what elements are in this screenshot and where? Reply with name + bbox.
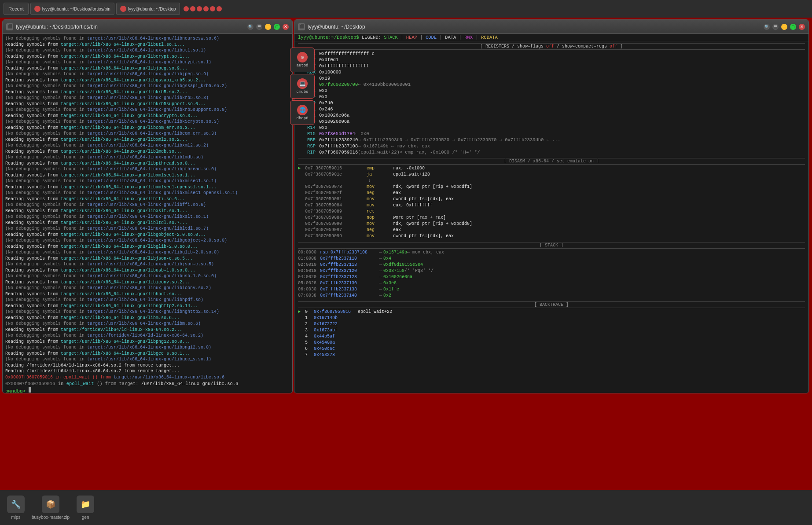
- left-terminal: ⬛ lyyy@ubuntu: ~/Desktop/fortios/bin 🔍 ☰…: [2, 19, 293, 393]
- terminal-line: Reading symbols from target:/usr/lib/x86…: [5, 184, 290, 191]
- bt-bullet: [298, 334, 305, 340]
- register-row: R120x10026e06a: [298, 112, 805, 118]
- backtrace-row: ►00x7f3607059016epoll_wait+22: [298, 309, 805, 315]
- bottom-item-gen[interactable]: 📁 gen: [77, 496, 94, 520]
- prompt-area[interactable]: pwndbg>: [5, 387, 290, 393]
- terminal-line: Reading symbols from target:/usr/lib/x86…: [5, 220, 290, 226]
- stack-value: 0x1ffe: [383, 286, 399, 293]
- close-icon-extra1[interactable]: [184, 6, 189, 11]
- terminal-line: Reading symbols from target:/usr/lib/x86…: [5, 244, 290, 250]
- lib-text: /usr/lib/x86_64-linux-gnu/libc.so.6: [141, 381, 239, 386]
- bottom-item-busybox[interactable]: 📦 busybox-master.zip: [32, 496, 70, 520]
- bt-index: 2: [305, 321, 314, 327]
- search-button-left[interactable]: 🔍: [247, 24, 254, 30]
- legend-data: DATA: [445, 35, 456, 40]
- dhcp-icon: 🌐: [297, 105, 308, 115]
- minimize-button-left[interactable]: ─: [265, 24, 271, 30]
- prompt-text: pwndbg>: [5, 389, 29, 393]
- stack-value: 0x4: [383, 256, 391, 262]
- terminal-line: Reading symbols from target:/usr/lib/x86…: [5, 256, 290, 262]
- terminal-line: (No debugging symbols found in target:/u…: [5, 71, 290, 77]
- stack-index: 05:0028: [298, 280, 320, 286]
- stack-address: 0x7fffb2337138: [320, 286, 377, 293]
- close-icon-extra6[interactable]: [217, 6, 222, 11]
- stack-value: 0x2: [383, 293, 391, 299]
- stack-arrow: →: [379, 286, 382, 293]
- register-row: RDI0x19: [298, 75, 805, 81]
- bottom-item-mips[interactable]: 🔧 mips: [7, 496, 25, 520]
- terminal-line: (No debugging symbols found in target:/u…: [5, 48, 290, 54]
- close-icon-extra4[interactable]: [203, 6, 209, 11]
- reg-name: RIP: [298, 149, 316, 155]
- asm-address: 0x7f3607059089: [305, 209, 367, 215]
- register-row: R150x7f3e5bd17e4 ← 0x0: [298, 131, 805, 137]
- register-row: RAX0xffffffffffffffff c: [298, 51, 805, 57]
- register-row: RDX0x100000: [298, 69, 805, 75]
- bt-bullet: [298, 346, 305, 352]
- recent-button[interactable]: Recent: [4, 3, 29, 15]
- asm-mnemonic: mov: [367, 196, 393, 202]
- stack-row: 07:0038 0x7fffb2337140→0x2: [298, 293, 805, 299]
- close-icon-extra5[interactable]: [210, 6, 215, 11]
- stack-comment: /* 'Pq3' */: [404, 268, 434, 274]
- terminal-line: Reading symbols from target:/usr/lib/x86…: [5, 137, 290, 143]
- sidebar-app-autod[interactable]: ⚙ autod: [290, 48, 315, 72]
- maximize-button-left[interactable]: □: [274, 24, 280, 30]
- sidebar-app-dhcp[interactable]: 🌐 dhcp6: [290, 100, 315, 125]
- titlebar-left: ⬛ lyyy@ubuntu: ~/Desktop/fortios/bin: [6, 23, 98, 30]
- maximize-button-right[interactable]: □: [790, 24, 796, 30]
- reg-name: R14: [298, 125, 316, 131]
- autod-label: autod: [296, 63, 308, 68]
- asm-address: 0x7f3607059099: [305, 233, 367, 239]
- terminal-line: (No debugging symbols found in target:/u…: [5, 59, 290, 66]
- prompt-user: lyyy@ubuntu:~/Desktop$: [298, 35, 359, 40]
- disasm-row: 0x7f360705908a nopword ptr [rax + rax]: [298, 215, 805, 221]
- backtrace-row: 70x453278: [298, 352, 805, 358]
- close-button-right[interactable]: ✕: [799, 24, 805, 30]
- recent-label: Recent: [8, 6, 24, 11]
- right-terminal-body[interactable]: lyyy@ubuntu:~/Desktop$ LEGEND: STACK | H…: [294, 34, 808, 393]
- terminal-line: Reading symbols from target:/usr/lib/x86…: [5, 77, 290, 84]
- close-icon-t2[interactable]: [120, 6, 126, 12]
- sidebar-app-cmdbs[interactable]: 💻 cmdbs: [290, 74, 315, 99]
- bt-index: 6: [305, 346, 314, 352]
- reg-value: 0x100000: [319, 69, 341, 75]
- terminal-line: (No debugging symbols found in target:/u…: [5, 83, 290, 89]
- register-row: R130x10026e06a: [298, 118, 805, 125]
- asm-operands: rdx, qword ptr [rip + 0xbddd9]: [393, 221, 472, 227]
- register-row: RCX0xffffffffffffffff: [298, 63, 805, 69]
- taskbar-item-terminal1[interactable]: lyyy@ubuntu: ~/Desktop/fortios/bin: [30, 3, 114, 15]
- bt-index: 5: [305, 340, 314, 346]
- asm-operands: eax: [393, 190, 401, 196]
- reg-extra: ← 0x0: [355, 131, 369, 137]
- minimize-button-right[interactable]: ─: [781, 24, 787, 30]
- left-terminal-body[interactable]: (No debugging symbols found in target:/u…: [3, 34, 292, 393]
- close-button-left[interactable]: ✕: [283, 24, 289, 30]
- taskbar-item-terminal2[interactable]: lyyy@ubuntu: ~/Desktop: [116, 3, 180, 15]
- search-button-right[interactable]: 🔍: [764, 24, 770, 30]
- legend-heap: HEAP: [406, 35, 417, 40]
- disasm-row: 0x7f360705907f negeax: [298, 190, 805, 196]
- asm-operands: word ptr [rax + rax]: [393, 215, 446, 221]
- backtrace-row: 20x1672722: [298, 321, 805, 327]
- menu-button-left[interactable]: ☰: [256, 24, 262, 30]
- stack-row: 05:0028 0x7fffb2337130→0x3e8: [298, 280, 805, 286]
- asm-address: 0x7f3607059090: [305, 221, 367, 227]
- stack-index: 04:0020: [298, 274, 320, 280]
- close-icon-extra3[interactable]: [197, 6, 202, 11]
- asm-mnemonic: mov: [367, 184, 393, 190]
- stack-index: 03:0018: [298, 268, 320, 274]
- terminal-line: Reading symbols from target:/usr/lib/x86…: [5, 161, 290, 167]
- bt-bullet: [298, 327, 305, 334]
- stack-index: 02:0010: [298, 262, 320, 268]
- addr-text: 0x00007f3607059016: [5, 381, 55, 386]
- close-icon-t1[interactable]: [34, 6, 40, 12]
- register-row: R110x246: [298, 106, 805, 112]
- close-icon-extra2[interactable]: [190, 6, 195, 11]
- bt-bullet: ►: [298, 309, 305, 315]
- terminal-line: (No debugging symbols found in target:/u…: [5, 250, 290, 256]
- menu-button-right[interactable]: ☰: [772, 24, 779, 30]
- terminal-line: (No debugging symbols found in target:/u…: [5, 202, 290, 208]
- reg-value: 0x7f3600200700: [319, 81, 358, 88]
- stack-arrow: →: [379, 262, 382, 268]
